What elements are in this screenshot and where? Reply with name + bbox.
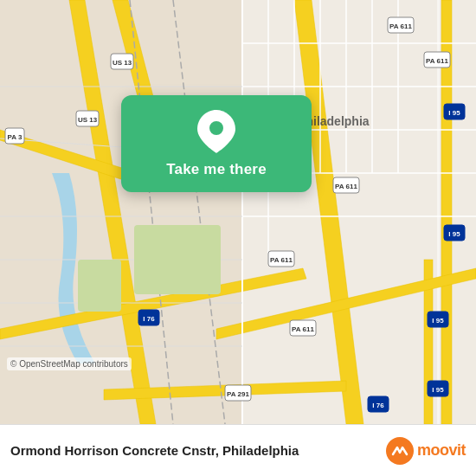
map-attribution: © OpenStreetMap contributors xyxy=(7,357,132,370)
svg-text:hiladelphia: hiladelphia xyxy=(306,114,369,128)
svg-text:PA 611: PA 611 xyxy=(270,256,293,264)
map-container: US 13 US 13 US 13 PA 3 PA 611 PA 611 PA … xyxy=(0,0,476,424)
moovit-logo: moovit xyxy=(386,437,466,465)
map-pin-icon xyxy=(197,110,235,153)
moovit-brand-name: moovit xyxy=(417,441,466,460)
svg-text:US 13: US 13 xyxy=(78,116,98,124)
bottom-bar: Ormond Horrison Concrete Cnstr, Philadel… xyxy=(0,424,476,476)
location-card: Take me there xyxy=(121,95,312,192)
svg-text:PA 291: PA 291 xyxy=(227,390,249,398)
svg-text:PA 611: PA 611 xyxy=(335,183,357,190)
pin-icon-wrap xyxy=(196,111,237,152)
svg-rect-24 xyxy=(78,260,121,312)
take-me-there-button[interactable]: Take me there xyxy=(166,161,267,178)
svg-text:PA 611: PA 611 xyxy=(389,23,412,30)
svg-text:I 76: I 76 xyxy=(372,402,384,409)
svg-text:I 95: I 95 xyxy=(432,386,444,394)
place-name: Ormond Horrison Concrete Cnstr, Philadel… xyxy=(10,443,379,458)
svg-text:PA 3: PA 3 xyxy=(8,133,23,141)
svg-text:PA 611: PA 611 xyxy=(292,325,314,333)
svg-point-58 xyxy=(209,121,223,135)
moovit-brand-icon xyxy=(386,437,414,465)
svg-text:I 95: I 95 xyxy=(448,109,460,117)
svg-text:US 13: US 13 xyxy=(113,59,132,67)
svg-rect-23 xyxy=(134,225,221,294)
svg-text:I 76: I 76 xyxy=(143,315,155,323)
svg-text:I 95: I 95 xyxy=(432,317,444,325)
svg-text:PA 611: PA 611 xyxy=(426,57,448,65)
svg-text:I 95: I 95 xyxy=(448,230,460,238)
